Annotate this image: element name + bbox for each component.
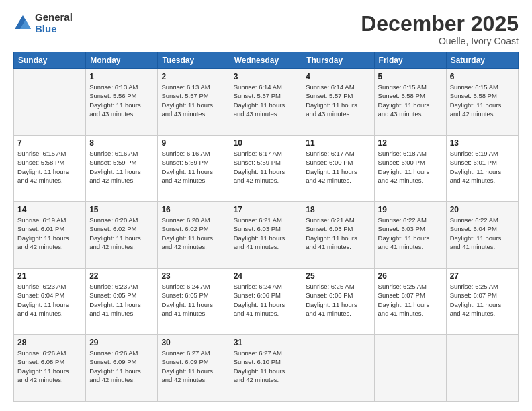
table-row: 28Sunrise: 6:26 AM Sunset: 6:08 PM Dayli… <box>14 335 86 402</box>
col-thursday: Thursday <box>302 52 374 69</box>
table-row: 2Sunrise: 6:13 AM Sunset: 5:57 PM Daylig… <box>158 69 230 136</box>
table-row: 9Sunrise: 6:16 AM Sunset: 5:59 PM Daylig… <box>158 136 230 202</box>
table-row: 16Sunrise: 6:20 AM Sunset: 6:02 PM Dayli… <box>158 202 230 269</box>
table-row: 22Sunrise: 6:23 AM Sunset: 6:05 PM Dayli… <box>86 269 158 335</box>
day-number: 13 <box>450 138 515 148</box>
day-info: Sunrise: 6:18 AM Sunset: 6:00 PM Dayligh… <box>378 149 443 185</box>
day-number: 22 <box>89 271 154 281</box>
day-info: Sunrise: 6:26 AM Sunset: 6:08 PM Dayligh… <box>17 349 82 384</box>
day-info: Sunrise: 6:25 AM Sunset: 6:07 PM Dayligh… <box>450 282 515 318</box>
day-number: 10 <box>234 138 299 148</box>
day-number: 19 <box>378 205 443 214</box>
title-block: December 2025 Ouelle, Ivory Coast <box>361 12 519 46</box>
table-row: 12Sunrise: 6:18 AM Sunset: 6:00 PM Dayli… <box>374 136 446 202</box>
table-row: 11Sunrise: 6:17 AM Sunset: 6:00 PM Dayli… <box>302 136 374 202</box>
day-info: Sunrise: 6:19 AM Sunset: 6:01 PM Dayligh… <box>450 149 515 185</box>
day-number: 26 <box>378 271 443 281</box>
day-info: Sunrise: 6:21 AM Sunset: 6:03 PM Dayligh… <box>306 216 370 251</box>
calendar-table: Sunday Monday Tuesday Wednesday Thursday… <box>13 52 519 402</box>
day-number: 28 <box>17 338 82 347</box>
day-number: 25 <box>306 271 370 281</box>
day-info: Sunrise: 6:16 AM Sunset: 5:59 PM Dayligh… <box>89 149 154 185</box>
table-row <box>302 335 374 402</box>
day-info: Sunrise: 6:14 AM Sunset: 5:57 PM Dayligh… <box>306 83 370 118</box>
day-number: 9 <box>161 138 226 148</box>
calendar-week-row: 21Sunrise: 6:23 AM Sunset: 6:04 PM Dayli… <box>14 269 519 335</box>
location-title: Ouelle, Ivory Coast <box>361 36 519 46</box>
col-monday: Monday <box>86 52 158 69</box>
day-number: 31 <box>234 338 299 347</box>
table-row: 29Sunrise: 6:26 AM Sunset: 6:09 PM Dayli… <box>86 335 158 402</box>
day-number: 7 <box>17 138 82 148</box>
day-number: 20 <box>450 205 515 214</box>
day-number: 21 <box>17 271 82 281</box>
day-info: Sunrise: 6:14 AM Sunset: 5:57 PM Dayligh… <box>234 83 299 118</box>
day-info: Sunrise: 6:26 AM Sunset: 6:09 PM Dayligh… <box>89 349 154 384</box>
day-info: Sunrise: 6:24 AM Sunset: 6:05 PM Dayligh… <box>161 282 226 318</box>
day-number: 3 <box>234 72 299 81</box>
day-info: Sunrise: 6:23 AM Sunset: 6:05 PM Dayligh… <box>89 282 154 318</box>
day-info: Sunrise: 6:15 AM Sunset: 5:58 PM Dayligh… <box>378 83 443 118</box>
header: General Blue December 2025 Ouelle, Ivory… <box>13 12 519 46</box>
table-row: 14Sunrise: 6:19 AM Sunset: 6:01 PM Dayli… <box>14 202 86 269</box>
calendar-week-row: 7Sunrise: 6:15 AM Sunset: 5:58 PM Daylig… <box>14 136 519 202</box>
table-row: 15Sunrise: 6:20 AM Sunset: 6:02 PM Dayli… <box>86 202 158 269</box>
calendar-week-row: 14Sunrise: 6:19 AM Sunset: 6:01 PM Dayli… <box>14 202 519 269</box>
table-row: 18Sunrise: 6:21 AM Sunset: 6:03 PM Dayli… <box>302 202 374 269</box>
page: General Blue December 2025 Ouelle, Ivory… <box>0 0 532 411</box>
table-row: 5Sunrise: 6:15 AM Sunset: 5:58 PM Daylig… <box>374 69 446 136</box>
day-info: Sunrise: 6:17 AM Sunset: 5:59 PM Dayligh… <box>234 149 299 185</box>
logo-blue-text: Blue <box>35 24 73 35</box>
day-number: 6 <box>450 72 515 81</box>
day-info: Sunrise: 6:22 AM Sunset: 6:03 PM Dayligh… <box>378 216 443 251</box>
table-row: 4Sunrise: 6:14 AM Sunset: 5:57 PM Daylig… <box>302 69 374 136</box>
day-number: 8 <box>89 138 154 148</box>
table-row: 20Sunrise: 6:22 AM Sunset: 6:04 PM Dayli… <box>446 202 518 269</box>
day-number: 11 <box>306 138 370 148</box>
table-row: 26Sunrise: 6:25 AM Sunset: 6:07 PM Dayli… <box>374 269 446 335</box>
day-info: Sunrise: 6:23 AM Sunset: 6:04 PM Dayligh… <box>17 282 82 318</box>
table-row: 23Sunrise: 6:24 AM Sunset: 6:05 PM Dayli… <box>158 269 230 335</box>
table-row: 27Sunrise: 6:25 AM Sunset: 6:07 PM Dayli… <box>446 269 518 335</box>
logo-general-text: General <box>35 12 73 24</box>
table-row: 30Sunrise: 6:27 AM Sunset: 6:09 PM Dayli… <box>158 335 230 402</box>
day-info: Sunrise: 6:21 AM Sunset: 6:03 PM Dayligh… <box>234 216 299 251</box>
day-info: Sunrise: 6:25 AM Sunset: 6:06 PM Dayligh… <box>306 282 370 318</box>
table-row: 25Sunrise: 6:25 AM Sunset: 6:06 PM Dayli… <box>302 269 374 335</box>
table-row <box>374 335 446 402</box>
day-number: 4 <box>306 72 370 81</box>
logo: General Blue <box>13 12 73 34</box>
day-info: Sunrise: 6:17 AM Sunset: 6:00 PM Dayligh… <box>306 149 370 185</box>
col-friday: Friday <box>374 52 446 69</box>
day-info: Sunrise: 6:13 AM Sunset: 5:56 PM Dayligh… <box>89 83 154 118</box>
day-number: 14 <box>17 205 82 214</box>
day-info: Sunrise: 6:22 AM Sunset: 6:04 PM Dayligh… <box>450 216 515 251</box>
day-info: Sunrise: 6:16 AM Sunset: 5:59 PM Dayligh… <box>161 149 226 185</box>
day-number: 1 <box>89 72 154 81</box>
day-number: 24 <box>234 271 299 281</box>
table-row: 17Sunrise: 6:21 AM Sunset: 6:03 PM Dayli… <box>230 202 302 269</box>
day-number: 12 <box>378 138 443 148</box>
day-number: 15 <box>89 205 154 214</box>
col-wednesday: Wednesday <box>230 52 302 69</box>
table-row: 7Sunrise: 6:15 AM Sunset: 5:58 PM Daylig… <box>14 136 86 202</box>
month-title: December 2025 <box>361 12 519 36</box>
day-number: 16 <box>161 205 226 214</box>
calendar-week-row: 28Sunrise: 6:26 AM Sunset: 6:08 PM Dayli… <box>14 335 519 402</box>
logo-text: General Blue <box>35 12 73 34</box>
day-number: 23 <box>161 271 226 281</box>
calendar-week-row: 1Sunrise: 6:13 AM Sunset: 5:56 PM Daylig… <box>14 69 519 136</box>
day-info: Sunrise: 6:13 AM Sunset: 5:57 PM Dayligh… <box>161 83 226 118</box>
day-info: Sunrise: 6:20 AM Sunset: 6:02 PM Dayligh… <box>89 216 154 251</box>
day-info: Sunrise: 6:27 AM Sunset: 6:10 PM Dayligh… <box>234 349 299 384</box>
day-info: Sunrise: 6:20 AM Sunset: 6:02 PM Dayligh… <box>161 216 226 251</box>
table-row <box>14 69 86 136</box>
day-number: 17 <box>234 205 299 214</box>
day-info: Sunrise: 6:15 AM Sunset: 5:58 PM Dayligh… <box>17 149 82 185</box>
day-number: 29 <box>89 338 154 347</box>
logo-icon <box>13 14 32 33</box>
table-row: 21Sunrise: 6:23 AM Sunset: 6:04 PM Dayli… <box>14 269 86 335</box>
day-number: 2 <box>161 72 226 81</box>
table-row: 6Sunrise: 6:15 AM Sunset: 5:58 PM Daylig… <box>446 69 518 136</box>
calendar-header-row: Sunday Monday Tuesday Wednesday Thursday… <box>14 52 519 69</box>
